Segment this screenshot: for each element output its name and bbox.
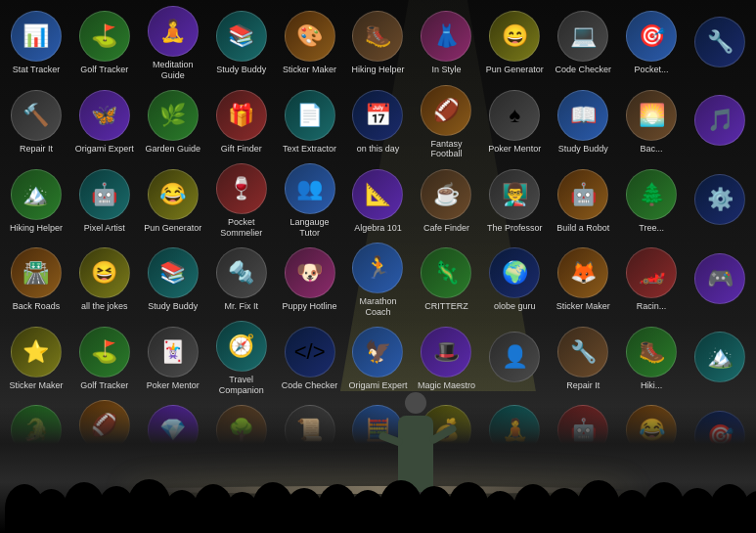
icon-cell: 🍷Pocket Sommelier [209, 163, 274, 239]
app-icon[interactable]: 🥾 [352, 11, 403, 62]
app-icon[interactable]: </> [285, 327, 335, 378]
icon-label: Golf Tracker [80, 380, 128, 391]
app-icon[interactable]: 😄 [489, 11, 540, 62]
icon-cell: 🎨Sticker Maker [278, 6, 342, 81]
app-icon[interactable]: 👨‍🏫 [489, 169, 540, 220]
app-icon[interactable]: 🌍 [489, 247, 540, 298]
app-icon[interactable]: 🍷 [216, 163, 267, 214]
icon-label: Fantasy Football [416, 139, 476, 160]
app-icon[interactable]: 💻 [557, 11, 608, 62]
icon-cell: 🏎️Racin... [619, 243, 684, 318]
app-icon[interactable]: 🎩 [421, 327, 471, 378]
icon-label: Hiki... [641, 380, 663, 391]
icon-cell: 🔧 [688, 6, 752, 81]
app-icon[interactable]: 📅 [352, 90, 403, 141]
app-icon[interactable]: 🌲 [626, 169, 677, 220]
icon-label: Back Roads [13, 301, 61, 312]
app-icon[interactable]: ⛳ [79, 11, 130, 62]
app-icon[interactable]: 🔨 [11, 90, 62, 141]
icon-cell: ⛳Golf Tracker [72, 321, 137, 396]
icon-cell: 👥Langauge Tutor [278, 163, 342, 239]
app-icon[interactable]: 🦅 [352, 327, 403, 378]
app-icon[interactable]: 🌅 [626, 90, 677, 141]
speaker-arm-left [378, 431, 404, 447]
app-icon[interactable]: 👥 [285, 163, 335, 214]
icon-cell: </> Code Checker [278, 321, 342, 396]
icon-cell: 👗In Style [414, 6, 478, 81]
app-icon[interactable]: 🏎️ [626, 247, 677, 298]
app-icon[interactable]: 📄 [285, 90, 335, 141]
app-icon[interactable]: 🏔️ [11, 169, 62, 220]
app-icon[interactable]: 👤 [489, 332, 540, 382]
icon-label: The Professor [487, 223, 543, 234]
icon-label: Code Checker [555, 65, 611, 75]
icon-cell: 👨‍🏫The Professor [482, 163, 547, 239]
app-icon[interactable]: ⚙️ [694, 174, 745, 225]
icon-cell: 🦋Origami Expert [72, 85, 137, 160]
app-icon[interactable]: 🥾 [626, 327, 677, 378]
app-icon[interactable]: 🏔️ [694, 332, 745, 382]
app-icon[interactable]: 🦋 [79, 90, 130, 141]
app-icon[interactable]: 😆 [79, 247, 130, 298]
app-icon[interactable]: 🃏 [148, 327, 199, 378]
app-icon[interactable]: 🎁 [216, 90, 267, 141]
app-icon[interactable]: 📚 [148, 247, 199, 298]
icon-label: Travel Companion [211, 375, 272, 396]
icon-label: Poker Mentor [488, 144, 541, 155]
icon-cell: 📄Text Extractor [278, 85, 342, 160]
app-icon[interactable]: 🎵 [694, 95, 745, 146]
icon-label: Magic Maestro [418, 380, 475, 391]
app-icon[interactable]: 🤖 [79, 169, 130, 220]
app-icon[interactable]: 📐 [352, 169, 403, 220]
icon-cell: 📐Algebra 101 [346, 163, 411, 239]
app-icon[interactable]: 🏈 [421, 85, 471, 136]
app-icon[interactable]: 📊 [11, 11, 62, 62]
app-icon[interactable]: 🧘 [148, 6, 199, 57]
app-icon[interactable]: ⛳ [79, 327, 130, 378]
app-icon[interactable]: 📖 [557, 90, 608, 141]
icon-label: Origami Expert [75, 144, 134, 155]
icon-label: In Style [431, 65, 461, 75]
app-icon[interactable]: 🛣️ [11, 247, 62, 298]
app-icon[interactable]: 🧭 [216, 321, 267, 372]
icon-label: Pocket Sommelier [211, 217, 272, 239]
app-icon[interactable]: ♠️ [489, 90, 540, 141]
app-icon[interactable]: 🎮 [694, 253, 745, 304]
icon-label: Gift Finder [221, 144, 262, 155]
icon-cell: ⭐Sticker Maker [4, 321, 68, 396]
icon-cell: 🤖Build a Robot [551, 163, 615, 239]
presentation-stage: 📊Stat Tracker⛳Golf Tracker🧘Meditation Gu… [0, 0, 756, 533]
icon-cell: ⛳Golf Tracker [72, 6, 137, 81]
app-icon[interactable]: 🌿 [148, 90, 199, 141]
app-icon[interactable]: 🏃 [352, 243, 403, 293]
icon-label: Sticker Maker [9, 380, 63, 391]
icon-cell: ☕Cafe Finder [414, 163, 478, 239]
icon-cell: 🎁Gift Finder [209, 85, 274, 160]
app-icon[interactable]: 🎯 [626, 11, 677, 62]
app-icon[interactable]: 👗 [421, 11, 471, 62]
icon-cell: 📅on this day [346, 85, 411, 160]
app-icon[interactable]: 📚 [216, 11, 267, 62]
app-icon[interactable]: 🔧 [557, 327, 608, 378]
icon-label: Study Buddy [148, 301, 198, 312]
icon-cell: 📚Study Buddy [141, 243, 205, 318]
icon-label: Tree... [639, 223, 664, 234]
app-icon[interactable]: 🔧 [694, 17, 745, 67]
icon-cell: 📚Study Buddy [209, 6, 274, 81]
app-icon[interactable]: ☕ [421, 169, 471, 220]
app-icon[interactable]: 😂 [148, 169, 199, 220]
app-icon[interactable]: 🦎 [421, 247, 471, 298]
app-icon[interactable]: 🤖 [557, 169, 608, 220]
icon-label: Repair It [20, 144, 53, 155]
app-icon[interactable]: 🐶 [285, 247, 335, 298]
app-icon[interactable]: 🦊 [557, 247, 608, 298]
icon-cell: 🏔️ [688, 321, 752, 396]
icon-cell: 🏃Marathon Coach [346, 243, 411, 318]
icon-cell: 🦊Sticker Maker [551, 243, 615, 318]
icon-cell: 🎩Magic Maestro [414, 321, 478, 396]
icon-label: Origami Expert [348, 380, 407, 391]
icon-cell: 🔩Mr. Fix It [209, 243, 274, 318]
app-icon[interactable]: ⭐ [11, 327, 62, 378]
app-icon[interactable]: 🔩 [216, 247, 267, 298]
app-icon[interactable]: 🎨 [285, 11, 335, 62]
